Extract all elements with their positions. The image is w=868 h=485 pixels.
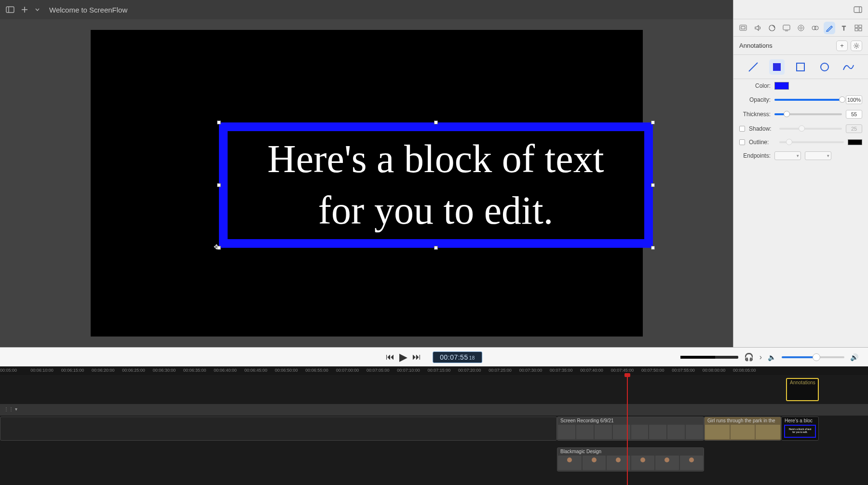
tab-layout-icon[interactable]	[853, 22, 864, 34]
tab-motion-icon[interactable]	[766, 22, 778, 34]
svg-rect-23	[797, 63, 804, 71]
timecode-display[interactable]: 00:07:5518	[433, 351, 482, 363]
shape-square-outline-icon[interactable]	[793, 59, 808, 75]
svg-rect-7	[741, 27, 745, 29]
resize-handle-ne[interactable]	[651, 121, 655, 124]
clip-waveform[interactable]	[0, 417, 557, 441]
ruler-tick: 00:07:05:00	[366, 368, 390, 373]
outline-slider	[779, 141, 844, 143]
svg-point-24	[821, 63, 828, 71]
forward-icon[interactable]: ›	[760, 353, 762, 362]
color-swatch[interactable]	[774, 82, 789, 90]
endpoint-start-dropdown[interactable]: ▾	[774, 151, 801, 160]
ruler-tick: 00:07:35:00	[550, 368, 573, 373]
timecode-main: 00:07:55	[440, 353, 468, 361]
ruler-tick: 00:08:00:00	[703, 368, 726, 373]
clip-text[interactable]: Here's a bloc Here's a block of textfor …	[781, 417, 819, 441]
volume-low-icon[interactable]: 🔈	[768, 353, 776, 361]
tab-screen-icon[interactable]	[781, 22, 792, 34]
endpoint-end-dropdown[interactable]: ▾	[805, 151, 831, 160]
ruler-tick: 00:06:55:00	[305, 368, 328, 373]
tab-video-icon[interactable]	[737, 22, 749, 34]
play-button[interactable]: ▶	[399, 351, 407, 364]
panel-title: Annotations	[739, 42, 773, 49]
clip-screen-recording[interactable]: Screen Recording 6/9/21	[557, 417, 704, 441]
clip-blackmagic[interactable]: Blackmagic Design	[557, 447, 704, 472]
svg-rect-0	[6, 7, 14, 13]
resize-handle-w[interactable]	[217, 183, 221, 187]
clip-label: Here's a bloc	[785, 418, 813, 423]
move-cursor-icon: ✥	[214, 243, 219, 251]
ruler-tick: 00:06:50:00	[275, 368, 298, 373]
thickness-slider[interactable]	[774, 113, 842, 115]
opacity-label: Opacity:	[739, 96, 771, 103]
resize-handle-n[interactable]	[434, 121, 438, 124]
timeline-tracks[interactable]: Annotations ⋮⋮ ▾ Screen Recording 6/9/21…	[0, 375, 868, 485]
outline-label: Outline:	[749, 139, 775, 146]
thickness-value[interactable]: 55	[846, 110, 862, 119]
svg-rect-4	[854, 7, 862, 13]
resize-handle-se[interactable]	[651, 246, 655, 250]
opacity-value[interactable]: 100%	[846, 95, 862, 104]
svg-point-11	[798, 25, 804, 31]
add-dropdown-icon[interactable]	[35, 5, 40, 14]
ruler-tick: 00:06:10:00	[30, 368, 54, 373]
svg-rect-9	[783, 25, 790, 30]
add-media-button[interactable]	[20, 5, 29, 14]
ruler-tick: 00:06:35:00	[183, 368, 206, 373]
ruler-tick: 00:06:30:00	[153, 368, 176, 373]
tab-callout-icon[interactable]	[795, 22, 807, 34]
tab-text-icon[interactable]: T	[838, 22, 850, 34]
svg-rect-19	[859, 28, 862, 31]
clip-annotations[interactable]: Annotations	[786, 378, 819, 401]
resize-handle-e[interactable]	[651, 183, 655, 187]
sidebar-toggle-icon[interactable]	[6, 5, 14, 14]
panel-layout-icon[interactable]	[854, 5, 862, 14]
clip-girl-run[interactable]: Girl runs through the park in the	[704, 417, 781, 441]
shape-curve-icon[interactable]	[841, 59, 856, 75]
track-expand-icon[interactable]: ⋮⋮ ▾	[4, 406, 17, 412]
ruler-tick: 00:07:30:00	[519, 368, 542, 373]
opacity-slider[interactable]	[774, 99, 842, 101]
shape-square-filled-icon[interactable]	[769, 59, 785, 75]
resize-handle-nw[interactable]	[217, 121, 221, 124]
playhead[interactable]	[627, 375, 628, 485]
svg-point-8	[769, 25, 775, 31]
timeline-ruler[interactable]: 00:05:0000:06:10:0000:06:15:0000:06:20:0…	[0, 366, 868, 375]
ruler-tick: 00:06:15:00	[61, 368, 84, 373]
timecode-frames: 18	[469, 355, 475, 361]
svg-rect-6	[740, 25, 746, 30]
track-header-row[interactable]: ⋮⋮ ▾	[0, 404, 868, 416]
shape-line-icon[interactable]	[746, 59, 761, 75]
svg-text:T: T	[842, 25, 846, 31]
tab-audio-icon[interactable]	[752, 22, 763, 34]
shape-circle-icon[interactable]	[817, 59, 832, 75]
resize-handle-s[interactable]	[434, 246, 438, 250]
scrub-preview[interactable]	[680, 356, 738, 359]
annotation-selection[interactable]: Here's a block of text for you to edit. …	[219, 122, 653, 248]
ruler-tick: 00:06:40:00	[214, 368, 237, 373]
outline-color-swatch[interactable]	[848, 139, 862, 145]
ruler-tick: 00:07:15:00	[428, 368, 451, 373]
outline-checkbox[interactable]	[739, 139, 745, 145]
shadow-checkbox[interactable]	[739, 126, 745, 132]
ruler-tick: 00:07:50:00	[641, 368, 665, 373]
ruler-tick: 00:08:05:00	[733, 368, 756, 373]
add-action-button[interactable]: +	[836, 40, 848, 51]
next-button[interactable]: ⏭	[412, 352, 421, 362]
volume-slider[interactable]	[782, 356, 844, 358]
thickness-label: Thickness:	[739, 111, 771, 118]
ruler-tick: 00:07:25:00	[488, 368, 512, 373]
headphones-icon[interactable]: 🎧	[744, 352, 754, 362]
tab-annotations-icon[interactable]	[824, 22, 835, 34]
volume-high-icon[interactable]: 🔊	[850, 353, 858, 361]
svg-line-21	[749, 63, 758, 71]
tab-touch-icon[interactable]	[809, 22, 821, 34]
shadow-value: 25	[846, 124, 862, 133]
gear-button[interactable]	[851, 40, 862, 51]
clip-label: Blackmagic Design	[560, 449, 601, 454]
prev-button[interactable]: ⏮	[386, 352, 394, 362]
transport-bar: ⏮ ▶ ⏭ 00:07:5518 🎧 › 🔈 🔊	[0, 347, 868, 366]
video-canvas[interactable]: Here's a block of text for you to edit. …	[91, 30, 643, 337]
svg-rect-22	[773, 63, 781, 71]
